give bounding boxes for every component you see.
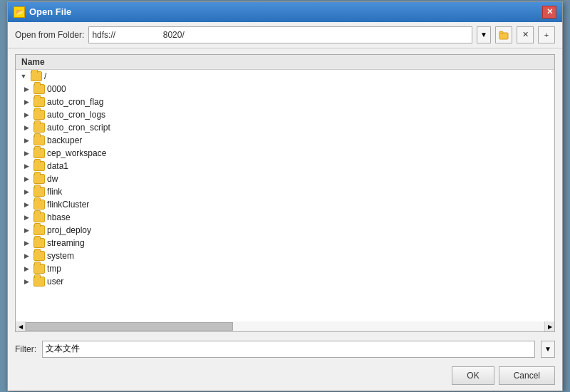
folder-icon-root xyxy=(31,71,42,81)
folder-icon-10 xyxy=(33,212,45,222)
path-dropdown-btn[interactable]: ▼ xyxy=(477,26,491,43)
folder-icon-6 xyxy=(33,161,45,171)
label-7: dw xyxy=(47,174,58,184)
label-2: auto_cron_logs xyxy=(47,110,105,120)
filter-label: Filter: xyxy=(15,344,36,354)
ok-button[interactable]: OK xyxy=(452,366,494,385)
expand-arrow-5: ▶ xyxy=(21,148,31,158)
tree-node-auto-cron-script[interactable]: ▶ auto_cron_script xyxy=(16,121,554,134)
folder-icon-3 xyxy=(33,123,45,133)
toolbar: Open from Folder: ▼ ✕ + xyxy=(8,22,562,48)
tree-node-data1[interactable]: ▶ data1 xyxy=(16,160,554,172)
expand-arrow-3: ▶ xyxy=(21,123,31,133)
tree-node-system[interactable]: ▶ system xyxy=(16,249,554,262)
expand-arrow-14: ▶ xyxy=(21,264,31,274)
expand-arrow-8: ▶ xyxy=(21,187,31,197)
expand-arrow-15: ▶ xyxy=(21,277,31,287)
folder-icon-14 xyxy=(33,264,45,274)
folder-icon-11 xyxy=(33,225,45,235)
tree-node-auto-cron-flag[interactable]: ▶ auto_cron_flag xyxy=(16,96,554,108)
tree-node-0000[interactable]: ▶ 0000 xyxy=(16,83,554,96)
folder-icon-12 xyxy=(33,238,45,248)
horizontal-scrollbar[interactable]: ◀ ▶ xyxy=(16,321,554,331)
tree-node-proj-deploy[interactable]: ▶ proj_deploy xyxy=(16,224,554,237)
name-column-header: Name xyxy=(16,55,554,70)
tree-node-root[interactable]: ▼ / xyxy=(16,70,554,83)
expand-arrow-root: ▼ xyxy=(19,71,28,81)
expand-arrow-4: ▶ xyxy=(21,135,31,145)
folder-icon-13 xyxy=(33,251,45,261)
tree-node-dw[interactable]: ▶ dw xyxy=(16,172,554,185)
folder-icon-2 xyxy=(33,110,45,120)
expand-arrow-1: ▶ xyxy=(21,97,31,107)
expand-arrow-11: ▶ xyxy=(21,225,31,235)
folder-icon-7 xyxy=(33,174,45,184)
scroll-right-btn[interactable]: ▶ xyxy=(544,321,554,331)
tree-area[interactable]: ▼ / ▶ 0000 ▶ auto_cron_flag ▶ xyxy=(16,70,554,321)
label-3: auto_cron_script xyxy=(47,123,110,133)
label-8: flink xyxy=(47,187,62,197)
expand-arrow-10: ▶ xyxy=(21,212,31,222)
scroll-track[interactable] xyxy=(26,321,544,331)
label-4: backuper xyxy=(47,135,82,145)
tree-node-backuper[interactable]: ▶ backuper xyxy=(16,134,554,147)
expand-arrow-0000: ▶ xyxy=(21,84,31,94)
label-9: flinkCluster xyxy=(47,200,89,210)
button-row: OK Cancel xyxy=(8,362,562,391)
svg-rect-1 xyxy=(499,31,503,33)
label-10: hbase xyxy=(47,212,71,222)
expand-arrow-13: ▶ xyxy=(21,251,31,261)
open-from-label: Open from Folder: xyxy=(15,30,84,40)
tree-node-flink[interactable]: ▶ flink xyxy=(16,185,554,198)
folder-path-input[interactable] xyxy=(88,26,472,43)
delete-btn[interactable]: ✕ xyxy=(517,26,534,43)
close-button[interactable]: ✕ xyxy=(542,6,556,19)
folder-icon-0000 xyxy=(33,84,45,94)
filter-input[interactable] xyxy=(42,341,535,358)
folder-icon-8 xyxy=(33,187,45,197)
folder-icon-4 xyxy=(33,135,45,145)
expand-arrow-6: ▶ xyxy=(21,161,31,171)
dialog-icon: 📂 xyxy=(14,6,25,18)
tree-node-auto-cron-logs[interactable]: ▶ auto_cron_logs xyxy=(16,108,554,121)
tree-node-user[interactable]: ▶ user xyxy=(16,275,554,288)
tree-node-hbase[interactable]: ▶ hbase xyxy=(16,211,554,224)
label-11: proj_deploy xyxy=(47,225,91,235)
tree-node-cep-workspace[interactable]: ▶ cep_workspace xyxy=(16,147,554,160)
root-label: / xyxy=(44,71,46,81)
folder-icon-5 xyxy=(33,148,45,158)
label-6: data1 xyxy=(47,161,68,171)
tree-node-streaming[interactable]: ▶ streaming xyxy=(16,237,554,249)
expand-arrow-9: ▶ xyxy=(21,200,31,210)
label-12: streaming xyxy=(47,238,85,248)
folder-icon-9 xyxy=(33,200,45,210)
expand-arrow-12: ▶ xyxy=(21,238,31,248)
open-file-dialog: 📂 Open File ✕ Open from Folder: ▼ ✕ + Na… xyxy=(7,1,563,391)
filter-row: Filter: ▼ xyxy=(8,336,562,362)
expand-arrow-7: ▶ xyxy=(21,174,31,184)
tree-node-tmp[interactable]: ▶ tmp xyxy=(16,262,554,275)
label-14: tmp xyxy=(47,264,61,274)
label-13: system xyxy=(47,251,74,261)
dialog-title: Open File xyxy=(29,6,71,17)
filter-dropdown-btn[interactable]: ▼ xyxy=(541,341,555,358)
tree-scroll-content: ▼ / ▶ 0000 ▶ auto_cron_flag ▶ xyxy=(16,70,554,288)
scroll-thumb[interactable] xyxy=(26,322,233,331)
add-btn[interactable]: + xyxy=(538,26,555,43)
label-0000: 0000 xyxy=(47,84,66,94)
title-bar: 📂 Open File ✕ xyxy=(8,2,562,22)
expand-arrow-2: ▶ xyxy=(21,110,31,120)
label-5: cep_workspace xyxy=(47,148,106,158)
folder-icon-15 xyxy=(33,277,45,287)
cancel-button[interactable]: Cancel xyxy=(499,366,555,385)
new-folder-btn[interactable] xyxy=(495,26,512,43)
tree-node-flink-cluster[interactable]: ▶ flinkCluster xyxy=(16,198,554,211)
file-tree-panel: Name ▼ / ▶ 0000 ▶ auto_cron_fla xyxy=(15,54,555,332)
title-bar-left: 📂 Open File xyxy=(14,6,71,18)
scroll-left-btn[interactable]: ◀ xyxy=(16,321,26,331)
folder-icon-1 xyxy=(33,97,45,107)
label-15: user xyxy=(47,277,63,287)
label-1: auto_cron_flag xyxy=(47,97,103,107)
